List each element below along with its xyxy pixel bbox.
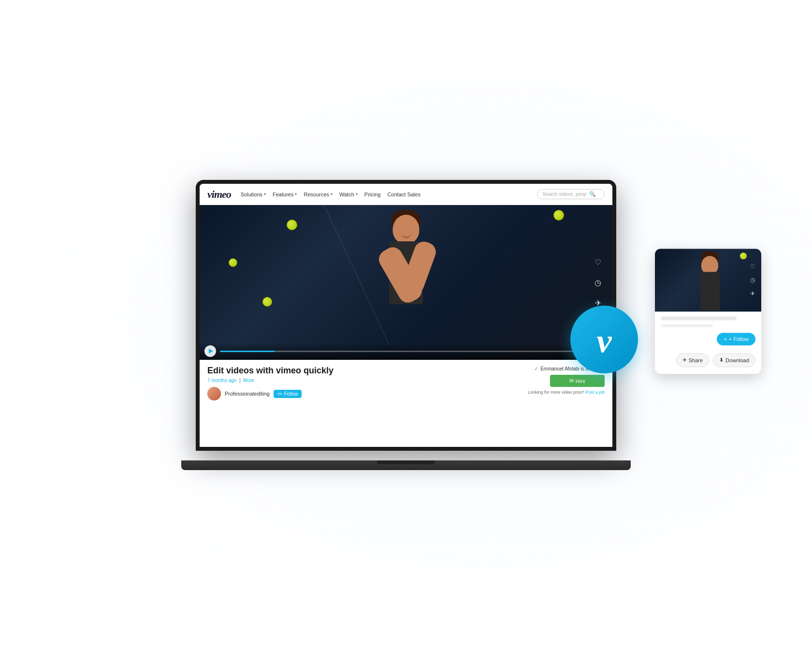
clock-icon[interactable]: ◷ xyxy=(591,276,605,289)
heart-icon[interactable]: ♡ xyxy=(591,255,605,269)
avatar xyxy=(207,387,221,400)
vimeo-logo-text: vimeo xyxy=(207,188,231,201)
share-icon-small[interactable]: ✈ xyxy=(748,289,757,298)
tennis-ball-4 xyxy=(262,297,272,307)
nav-resources[interactable]: Resources ▾ xyxy=(304,192,333,197)
vimeo-v-letter: v xyxy=(596,324,611,358)
chevron-down-icon: ▾ xyxy=(356,192,358,196)
main-scene: vimeo Solutions ▾ Features ▾ Resources xyxy=(0,0,812,650)
fc-title-bar xyxy=(661,316,737,320)
play-triangle-icon xyxy=(209,349,213,354)
post-job-link[interactable]: Post a job xyxy=(585,390,605,395)
floating-card: ♡ ◷ ✈ + + Follow ✈ Share ⬇ xyxy=(655,249,761,374)
vimeo-header: vimeo Solutions ▾ Features ▾ Resources xyxy=(200,184,612,205)
download-button[interactable]: ⬇ Download xyxy=(713,353,755,367)
post-job-text: Looking for more video pros? Post a job xyxy=(528,390,605,395)
progress-bar[interactable] xyxy=(220,351,584,352)
channel-row: Professionalediting + + Follow xyxy=(207,387,508,400)
tennis-ball-2 xyxy=(553,210,564,221)
video-title: Edit videos with vimeo quickly xyxy=(207,366,508,376)
fc-action-buttons: ✈ Share ⬇ Download xyxy=(661,351,755,369)
floating-card-video: ♡ ◷ ✈ xyxy=(655,249,761,311)
envelope-icon: ✉ xyxy=(569,378,574,384)
video-meta-left: Edit videos with vimeo quickly 7 months … xyxy=(207,366,508,400)
hire-button[interactable]: ✉ Hire xyxy=(550,375,605,387)
search-icon: 🔍 xyxy=(589,191,596,197)
nav-solutions[interactable]: Solutions ▾ xyxy=(241,192,266,197)
heart-icon-small[interactable]: ♡ xyxy=(748,262,757,271)
nav-items: Solutions ▾ Features ▾ Resources ▾ Wat xyxy=(241,192,420,197)
search-bar[interactable]: Search videos, peop 🔍 xyxy=(537,189,605,199)
chevron-down-icon: ▾ xyxy=(331,192,333,196)
person-head xyxy=(393,215,420,244)
download-icon: ⬇ xyxy=(719,357,724,363)
laptop-body: vimeo Solutions ▾ Features ▾ Resources xyxy=(196,180,616,451)
clock-icon-small[interactable]: ◷ xyxy=(748,275,757,285)
laptop-base xyxy=(181,460,631,470)
laptop: vimeo Solutions ▾ Features ▾ Resources xyxy=(196,180,616,470)
progress-fill xyxy=(220,351,275,352)
video-side-icons: ♡ ◷ ✈ xyxy=(591,255,605,310)
share-button[interactable]: ✈ Share xyxy=(676,353,709,367)
nav-contact-sales[interactable]: Contact Sales xyxy=(387,192,420,197)
video-background xyxy=(200,205,612,360)
floating-card-footer: + + Follow ✈ Share ⬇ Download xyxy=(655,311,761,374)
person-figure xyxy=(358,205,454,355)
vimeo-circle: v xyxy=(570,306,638,373)
search-placeholder: Search videos, peop xyxy=(542,192,586,197)
nav-features[interactable]: Features ▾ xyxy=(273,192,297,197)
channel-name: Professionalediting xyxy=(225,391,270,397)
chevron-down-icon: ▾ xyxy=(264,192,266,196)
chevron-down-icon: ▾ xyxy=(295,192,297,196)
floating-card-icons: ♡ ◷ ✈ xyxy=(748,262,757,298)
more-link[interactable]: More xyxy=(243,378,254,383)
nav-pricing[interactable]: Pricing xyxy=(364,192,381,197)
play-bar: 🔊 ⚙ ⛶ xyxy=(200,342,612,360)
video-date: 7 months ago | More xyxy=(207,378,508,383)
video-info: Edit videos with vimeo quickly 7 months … xyxy=(200,360,612,406)
play-button[interactable] xyxy=(204,345,216,357)
video-player[interactable]: ♡ ◷ ✈ 🔊 ⚙ xyxy=(200,205,612,360)
fc-sub-bar xyxy=(661,324,713,327)
plus-icon: + xyxy=(724,336,726,342)
follow-button[interactable]: + + Follow xyxy=(717,333,755,345)
check-icon: ✓ xyxy=(534,366,538,372)
laptop-screen: vimeo Solutions ▾ Features ▾ Resources xyxy=(200,184,612,447)
nav-watch[interactable]: Watch ▾ xyxy=(339,192,358,197)
follow-button-small[interactable]: + + Follow xyxy=(274,390,302,398)
share-icon: ✈ xyxy=(682,357,687,363)
tennis-ball-1 xyxy=(287,220,297,230)
tennis-ball-3 xyxy=(229,258,237,267)
fc-buttons: + + Follow xyxy=(661,331,755,347)
